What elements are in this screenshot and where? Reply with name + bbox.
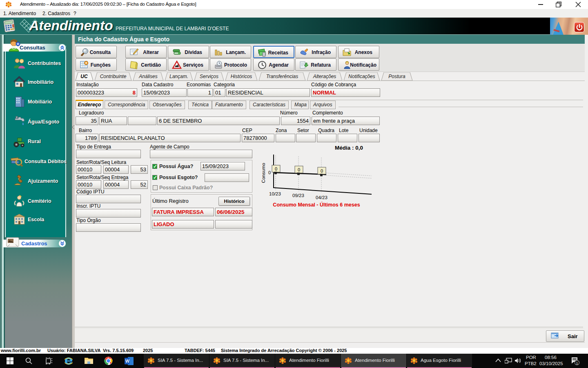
svg-text:0: 0 [321,168,323,173]
svg-text:Notificações: Notificações [348,74,375,79]
svg-text:Transferências: Transferências [266,74,298,79]
svg-text:1: 1 [576,361,578,365]
svg-text:Contribuinte: Contribuinte [100,74,127,79]
svg-text:04/23: 04/23 [316,195,327,200]
svg-text:10/23: 10/23 [269,191,281,196]
svg-text:Consumo: Consumo [261,163,266,183]
svg-text:Alterações: Alterações [313,74,336,79]
svg-text:0: 0 [275,166,277,171]
svg-text:Postura: Postura [388,74,405,79]
svg-text:Consumo Mensal - Últimos 6 mes: Consumo Mensal - Últimos 6 meses [273,202,360,208]
svg-text:09/23: 09/23 [292,193,304,198]
svg-text:Históricos: Históricos [231,74,252,79]
svg-text:Análises: Análises [138,74,157,79]
svg-text:0: 0 [298,167,300,172]
svg-text:UC: UC [80,74,88,79]
svg-text:Lançam.: Lançam. [169,74,188,79]
svg-text:Serviços: Serviços [200,74,218,79]
svg-text:Média : 0,0: Média : 0,0 [335,145,363,151]
svg-text:0: 0 [268,170,271,175]
